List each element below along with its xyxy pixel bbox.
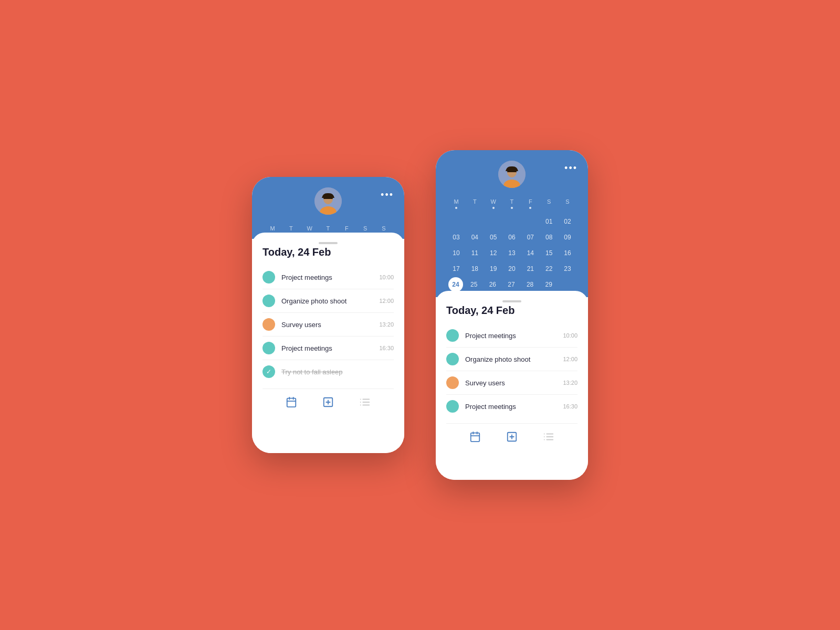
task-time-2-2: 12:00 [563,356,578,362]
task-name-1-1: Project meetings [281,274,379,281]
cal-day-28[interactable]: 28 [522,277,538,292]
task-item-1-4[interactable]: Project meetings 16:30 [262,337,394,360]
weekday-S1-2[interactable]: S [541,198,557,209]
cal-day-29[interactable]: 29 [541,277,556,292]
dot-M-2 [455,207,457,209]
task-item-2-1[interactable]: Project meetings 10:00 [446,324,578,348]
cal-day-02[interactable]: 02 [560,214,575,229]
cal-row-4: 24 25 26 27 28 29 [448,277,575,292]
weekday-T1-2[interactable]: T [467,198,482,209]
cal-day-14[interactable]: 14 [522,246,538,260]
cal-day-15[interactable]: 15 [541,246,557,260]
phone2-top: ••• M T W T [436,150,588,297]
phone1-header: ••• [262,187,394,221]
more-options-button-2[interactable]: ••• [564,163,578,174]
svg-rect-19 [471,433,480,442]
cal-day-26[interactable]: 26 [485,277,500,292]
dot-T2-2 [511,207,513,209]
date-title-2: Today, 24 Feb [446,304,578,317]
cal-day-05[interactable]: 05 [486,230,501,245]
weekday-W-2[interactable]: W [486,198,501,209]
task-name-2-1: Project meetings [465,332,563,340]
cal-day-18[interactable]: 18 [467,261,482,276]
task-name-1-2: Organize photo shoot [281,297,379,305]
add-nav-2[interactable] [506,431,518,445]
cal-row-3: 17 18 19 20 21 22 23 [448,261,575,276]
cal-day-03[interactable]: 03 [448,230,464,245]
cal-day-23[interactable]: 23 [560,261,575,276]
cal-day-25[interactable]: 25 [466,277,482,292]
task-dot-1-1 [262,271,275,284]
cal-day-10[interactable]: 10 [448,246,464,260]
task-item-2-4[interactable]: Project meetings 16:30 [446,395,578,418]
drag-handle-2 [446,297,578,302]
weekday-T2-2[interactable]: T [504,198,520,209]
cal-day-06[interactable]: 06 [504,230,520,245]
task-dot-2-2 [446,353,459,365]
weekday-S2-2[interactable]: S [560,198,575,209]
phone1-bottom: Today, 24 Feb Project meetings 10:00 Org… [252,233,404,453]
task-name-2-3: Survey users [465,379,563,387]
avatar-1[interactable] [314,187,342,215]
task-name-1-5: Try not to fall asleep [281,368,394,376]
phone-2: ••• M T W T [436,150,588,480]
weekday-M-2[interactable]: M [448,198,464,209]
phone2-weekdays: M T W T F [446,194,578,212]
list-nav-2[interactable] [543,431,554,445]
task-item-1-5[interactable]: ✓ Try not to fall asleep [262,360,394,383]
cal-day-19[interactable]: 19 [486,261,501,276]
cal-day-16[interactable]: 16 [560,246,575,260]
cal-day-24-today[interactable]: 24 [448,277,463,292]
task-time-1-3: 13:20 [379,321,394,328]
cal-day-04[interactable]: 04 [467,230,482,245]
task-dot-2-1 [446,329,459,342]
task-name-1-4: Project meetings [281,344,379,352]
task-dot-1-2 [262,295,275,307]
cal-day-09[interactable]: 09 [560,230,575,245]
cal-day-08[interactable]: 08 [541,230,557,245]
task-list-2: Project meetings 10:00 Organize photo sh… [446,324,578,418]
task-dot-2-3 [446,376,459,389]
dot-W-2 [492,207,495,209]
task-item-1-2[interactable]: Organize photo shoot 12:00 [262,289,394,313]
task-dot-1-3 [262,318,275,331]
cal-day-13[interactable]: 13 [504,246,520,260]
more-options-button-1[interactable]: ••• [381,190,394,201]
svg-rect-3 [287,398,296,407]
add-nav-1[interactable] [322,396,334,411]
task-item-1-1[interactable]: Project meetings 10:00 [262,266,394,289]
calendar-grid: 01 02 03 04 05 06 07 08 09 10 11 12 13 [446,212,578,297]
task-time-2-1: 10:00 [563,332,578,339]
cal-day-20[interactable]: 20 [504,261,520,276]
task-item-2-3[interactable]: Survey users 13:20 [446,371,578,395]
cal-row-1: 03 04 05 06 07 08 09 [448,230,575,245]
task-time-1-1: 10:00 [379,274,394,280]
task-time-1-2: 12:00 [379,298,394,304]
cal-day-27[interactable]: 27 [503,277,519,292]
weekday-F-2[interactable]: F [522,198,538,209]
phone1-top: ••• M T W T [252,177,404,239]
cal-day-17[interactable]: 17 [448,261,464,276]
task-dot-2-4 [446,400,459,413]
task-time-2-4: 16:30 [563,403,578,410]
task-item-2-2[interactable]: Organize photo shoot 12:00 [446,348,578,371]
cal-day-22[interactable]: 22 [541,261,557,276]
cal-day-21[interactable]: 21 [522,261,538,276]
cal-day-12[interactable]: 12 [486,246,501,260]
phone-1: ••• M T W T [252,177,404,453]
cal-day-01[interactable]: 01 [541,214,557,229]
task-item-1-3[interactable]: Survey users 13:20 [262,313,394,337]
cal-day-11[interactable]: 11 [467,246,482,260]
dot-F-2 [529,207,531,209]
phone2-bottom-nav [446,423,578,455]
task-time-1-4: 16:30 [379,345,394,351]
calendar-nav-1[interactable] [286,396,297,411]
phone2-bottom: Today, 24 Feb Project meetings 10:00 Org… [436,291,588,480]
cal-day-07[interactable]: 07 [522,230,538,245]
task-dot-1-5: ✓ [262,365,275,378]
task-dot-1-4 [262,342,275,354]
calendar-nav-2[interactable] [469,431,481,445]
list-nav-1[interactable] [359,396,371,411]
avatar-2[interactable] [498,161,526,188]
task-time-2-3: 13:20 [563,380,578,386]
